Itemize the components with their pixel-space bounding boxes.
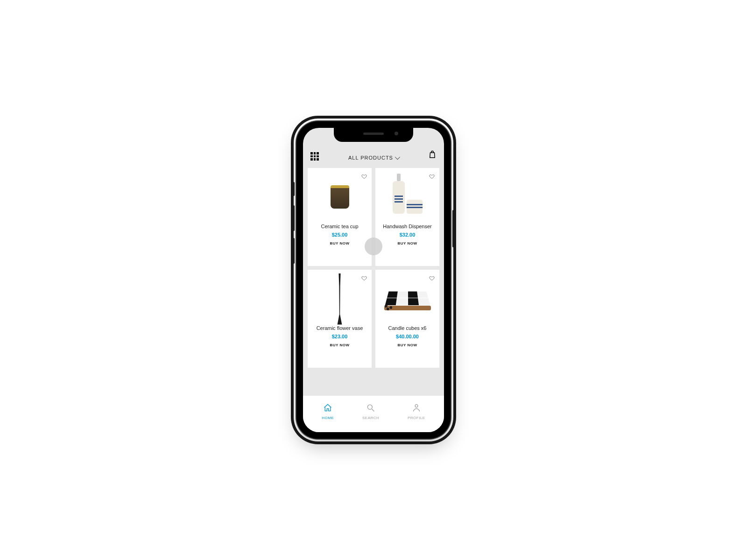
bottom-nav: HOME SEARCH PROFILE	[303, 396, 444, 432]
volume-up-button	[293, 205, 295, 231]
power-button	[452, 210, 454, 247]
product-image	[310, 274, 369, 323]
category-label: ALL PRODUCTS	[348, 155, 393, 161]
nav-search[interactable]: SEARCH	[362, 403, 379, 420]
product-name: Ceramic flower vase	[317, 325, 363, 331]
favorite-button[interactable]	[361, 274, 367, 280]
shopping-bag-icon[interactable]	[428, 150, 437, 161]
nav-label: PROFILE	[408, 416, 425, 420]
product-name: Handwash Dispenser	[383, 224, 432, 229]
product-name: Candle cubes x6	[388, 325, 427, 331]
product-grid: Ceramic tea cup $25.00 BUY NOW Handwash …	[303, 168, 444, 396]
phone-frame: ALL PRODUCTS Ceramic tea cup $25.00 BUY …	[296, 121, 451, 439]
buy-now-button[interactable]: BUY NOW	[330, 241, 349, 245]
product-image	[378, 173, 437, 222]
product-name: Ceramic tea cup	[321, 224, 358, 229]
product-price: $40.00.00	[396, 334, 419, 339]
product-price: $23.00	[332, 334, 348, 339]
product-price: $32.00	[400, 232, 416, 238]
buy-now-button[interactable]: BUY NOW	[397, 241, 417, 245]
touch-indicator	[365, 238, 382, 255]
product-image	[310, 173, 369, 222]
volume-down-button	[293, 238, 295, 264]
svg-point-2	[415, 405, 418, 407]
product-card[interactable]: Handwash Dispenser $32.00 BUY NOW	[375, 168, 439, 266]
product-price: $25.00	[332, 232, 348, 238]
nav-label: HOME	[322, 416, 334, 420]
product-image	[378, 274, 437, 323]
product-card[interactable]: Ceramic tea cup $25.00 BUY NOW	[308, 168, 372, 266]
search-icon	[366, 403, 375, 413]
nav-home[interactable]: HOME	[322, 403, 334, 420]
nav-profile[interactable]: PROFILE	[408, 403, 425, 420]
menu-grid-icon[interactable]	[310, 152, 319, 161]
home-icon	[323, 403, 332, 413]
product-card[interactable]: Ceramic flower vase $23.00 BUY NOW	[308, 270, 372, 368]
profile-icon	[412, 403, 421, 413]
screen: ALL PRODUCTS Ceramic tea cup $25.00 BUY …	[303, 128, 444, 432]
product-card[interactable]: Candle cubes x6 $40.00.00 BUY NOW	[375, 270, 439, 368]
buy-now-button[interactable]: BUY NOW	[330, 343, 349, 347]
mute-switch	[293, 182, 295, 196]
svg-point-0	[367, 405, 372, 409]
favorite-button[interactable]	[429, 173, 435, 178]
buy-now-button[interactable]: BUY NOW	[397, 343, 417, 347]
category-dropdown[interactable]: ALL PRODUCTS	[348, 155, 399, 161]
favorite-button[interactable]	[361, 173, 367, 178]
notch	[334, 128, 413, 142]
favorite-button[interactable]	[429, 274, 435, 280]
chevron-down-icon	[395, 154, 400, 160]
nav-label: SEARCH	[362, 416, 379, 420]
svg-line-1	[372, 409, 374, 412]
